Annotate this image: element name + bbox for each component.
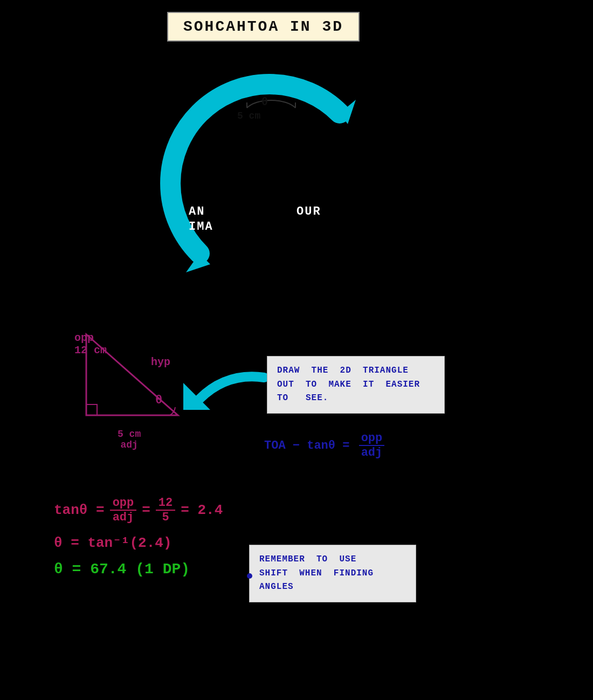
toa-prefix: TOA − tanθ = <box>264 439 349 452</box>
calc-frac1: opp adj <box>110 496 137 524</box>
calc-tantheta: tanθ = <box>54 502 105 518</box>
calc-line3: θ = 67.4 (1 DP) <box>54 561 223 578</box>
triangle-diagram <box>70 324 199 434</box>
triangle-svg <box>70 324 199 431</box>
svg-point-4 <box>208 121 332 245</box>
svg-marker-8 <box>86 334 178 415</box>
callout-remember-text: REMEMBER TO USE SHIFT WHEN FINDING ANGLE… <box>259 553 406 594</box>
callout-draw-triangle: DRAW THE 2D TRIANGLE OUT TO MAKE IT EASI… <box>267 356 445 414</box>
calc-frac2: 12 5 <box>156 496 175 524</box>
circle-label-an: AN <box>189 205 205 218</box>
calc-line2: θ = tan⁻¹(2.4) <box>54 534 223 551</box>
svg-text:θ: θ <box>261 96 268 108</box>
toa-formula: TOA − tanθ = opp adj <box>264 431 384 459</box>
circle-label-ima: IMA <box>189 220 213 234</box>
connection-arrow <box>183 367 280 410</box>
toa-fraction: opp adj <box>359 431 385 459</box>
circle-diagram: θ AN OUR IMA <box>156 70 383 297</box>
label-5cm-top: 5 cm <box>237 111 260 121</box>
svg-rect-9 <box>86 404 97 415</box>
page-title: SOHCAHTOA IN 3D <box>183 18 343 35</box>
calculation-section: tanθ = opp adj = 12 5 = 2.4 θ = tan⁻¹(2.… <box>54 496 223 578</box>
callout-draw-text: DRAW THE 2D TRIANGLE OUT TO MAKE IT EASI… <box>277 364 435 406</box>
title-box: SOHCAHTOA IN 3D <box>167 12 360 42</box>
circle-label-our: OUR <box>296 205 321 218</box>
calc-line1: tanθ = opp adj = 12 5 = 2.4 <box>54 496 223 524</box>
callout-remember: REMEMBER TO USE SHIFT WHEN FINDING ANGLE… <box>249 545 416 602</box>
circle-svg: θ <box>156 70 383 297</box>
connector-dot <box>247 573 252 579</box>
